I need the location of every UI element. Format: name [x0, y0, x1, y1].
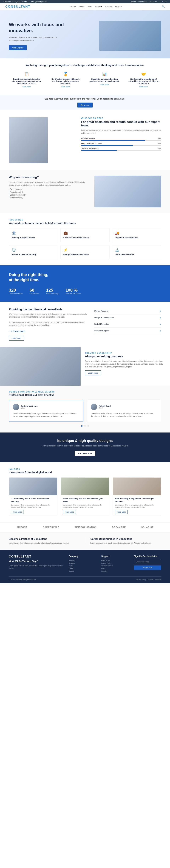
- stat-awards: 125 Awards winning: [46, 288, 58, 294]
- progress-financial: Financial Support 80%: [81, 137, 161, 141]
- nav-pages[interactable]: Pages ▾: [95, 5, 102, 8]
- accordion-innovation[interactable]: Innovation Space ∨: [94, 328, 161, 334]
- insight-image-2: [61, 477, 109, 495]
- footer-link-services[interactable]: Services: [69, 562, 96, 564]
- partner-4: Dreamark: [112, 526, 126, 528]
- thought-learn-more-button[interactable]: Learn more: [85, 370, 101, 375]
- nav-home[interactable]: Home: [70, 5, 76, 8]
- insight-read-more-3[interactable]: Read More: [115, 510, 128, 514]
- footer-link-about[interactable]: About Us: [69, 560, 96, 561]
- insight-body-2: Email marketing tips that will increase …: [61, 495, 109, 516]
- industry-health[interactable]: 🔬 Life & health science: [112, 245, 161, 259]
- progress-responsibility: Responsibility Of Corporatio 65%: [81, 143, 161, 146]
- social-li-icon[interactable]: in: [165, 1, 167, 3]
- nav-about[interactable]: About: [79, 5, 84, 8]
- nav-about-top[interactable]: About: [131, 1, 136, 3]
- footer-link-team[interactable]: Team: [69, 565, 96, 567]
- what-label: WHAT WE DO BEST: [81, 117, 161, 119]
- nav-consultant-top[interactable]: Consultant: [138, 1, 147, 3]
- hero-image: [85, 21, 161, 51]
- dot-3[interactable]: [87, 425, 89, 427]
- bottom-right: Career Opportunities in Consultant Lorem…: [85, 537, 161, 545]
- feature-icon-2: 🏅: [50, 72, 82, 76]
- newsletter-email-input[interactable]: [134, 560, 161, 564]
- hero-cta-button[interactable]: Meet Experts: [9, 45, 27, 50]
- footer-link-help[interactable]: Help Center: [101, 560, 129, 561]
- early-start-button[interactable]: Early start: [77, 102, 93, 107]
- why-left: Why our consulting? Under your project, …: [9, 176, 89, 208]
- footer-col2-title: Company: [69, 555, 96, 558]
- top-bar: Customer Care (888) 123-4567 hello@examp…: [0, 0, 170, 3]
- accordion-design[interactable]: Design & Development ∨: [94, 314, 161, 321]
- testimonial-card-2: Robert Bond Client Lorem ipsum dolor sit…: [87, 400, 161, 422]
- insight-body-3: How investing in dependend increasing to…: [113, 495, 161, 516]
- footer-grid: CONSULTANT What Will Be The Next Step? L…: [9, 555, 161, 573]
- insight-card-2: Email marketing tips that will increase …: [61, 477, 109, 516]
- industry-name-1: Banking & capital market: [12, 237, 55, 239]
- feature-title-1: Investment consultations for startups & …: [11, 78, 42, 84]
- social-fb-icon[interactable]: f: [160, 1, 160, 3]
- accordion-market-research[interactable]: Market Research ∧: [94, 308, 161, 314]
- partner-3: Timebox Station: [75, 526, 97, 528]
- social-tw-icon[interactable]: t: [162, 1, 163, 3]
- dark-banner-title: Its unique & high quality designs: [9, 439, 161, 443]
- logo[interactable]: CONSULTANT: [5, 5, 30, 8]
- team-image-container: [0, 347, 81, 385]
- industry-banking[interactable]: 🏦 Banking & capital market: [9, 228, 58, 242]
- industry-name-6: Life & health science: [115, 253, 158, 255]
- footer-support-links: Help Center Privacy Policy Terms of Serv…: [101, 560, 129, 572]
- financial-learn-more-button[interactable]: Learn more: [9, 336, 24, 341]
- progress-bar-1: [81, 140, 161, 141]
- accordion-label-3: Digital Marketing: [94, 323, 109, 325]
- testimonials-row: Andrew McGregor Client Excellent laborum…: [9, 400, 161, 422]
- feature-item-3: 📊 Calculating risks and setting goals as…: [87, 70, 122, 90]
- testimonial-avatar-2: [91, 404, 97, 410]
- footer-link-contact[interactable]: Contact: [69, 570, 96, 572]
- nav-contact[interactable]: Contact: [105, 5, 112, 8]
- industry-name-2: Finance & insurance market: [63, 237, 107, 239]
- insight-read-more-1[interactable]: Read More: [11, 510, 24, 514]
- industry-finance[interactable]: 💼 Finance & insurance market: [61, 228, 110, 242]
- hero-image-placeholder: [99, 21, 161, 51]
- industries-section: INDUSTRIES We create solutions that are …: [0, 213, 170, 265]
- testimonial-avatar-1: [13, 404, 19, 410]
- footer-link-terms[interactable]: Terms of Service: [101, 565, 129, 567]
- blue-banner: Doing the right thing, at the right time…: [0, 265, 170, 302]
- feature-link-2[interactable]: View more: [61, 86, 69, 88]
- stat-consultants: 68 Consultants: [30, 288, 39, 294]
- testimonial-card-1: Andrew McGregor Client Excellent laborum…: [9, 400, 83, 422]
- footer-link-careers[interactable]: Careers: [69, 567, 96, 569]
- what-section: WHAT WE DO BEST For great decisions and …: [0, 110, 170, 170]
- industry-energy[interactable]: ⚡ Energy & resource industry: [61, 245, 110, 259]
- feature-title-4: Guides on the importance of networking f…: [128, 78, 159, 84]
- insight-excerpt-3: Lorem ipsum dolor sit amet, consectetur …: [115, 504, 159, 509]
- industry-logistic[interactable]: 🚚 Logistic & transportation: [112, 228, 161, 242]
- footer-link-partners[interactable]: Partners: [101, 570, 129, 572]
- industry-justice[interactable]: ⚖️ Justice & defence security: [9, 245, 58, 259]
- dot-1[interactable]: [81, 425, 83, 427]
- thought-title: Always consulting business: [85, 355, 166, 358]
- nav-team[interactable]: Team: [87, 5, 92, 8]
- nav-login[interactable]: Login ▾: [115, 5, 122, 8]
- feature-icon-4: 🤝: [128, 72, 159, 76]
- why-bullet-2: Financial control: [9, 191, 89, 193]
- feature-link-1[interactable]: View more: [22, 86, 31, 88]
- insight-read-more-2[interactable]: Read More: [63, 510, 76, 514]
- feature-link-4[interactable]: View more: [139, 86, 147, 88]
- dot-2[interactable]: [84, 425, 86, 427]
- purchase-button[interactable]: Purchase Now: [75, 451, 95, 456]
- stat-consultants-label: Consultants: [30, 292, 39, 294]
- footer-link-blog[interactable]: Blog: [101, 567, 129, 569]
- accordion-digital[interactable]: Digital Marketing ∨: [94, 321, 161, 328]
- accordion-icon-3: ∨: [159, 323, 161, 326]
- footer-link-privacy[interactable]: Privacy Policy: [101, 562, 129, 564]
- progress-value-2: 65%: [158, 143, 161, 145]
- newsletter-submit-button[interactable]: Submit Now: [134, 565, 161, 570]
- what-title: For great decisions and results consult …: [81, 120, 161, 127]
- stat-awards-number: 125: [46, 288, 58, 292]
- search-icon[interactable]: 🔍: [162, 5, 165, 8]
- footer-policy[interactable]: Privacy Policy | Terms & Conditions: [136, 579, 161, 581]
- feature-link-3[interactable]: View more: [100, 84, 109, 86]
- progress-bar-3: [81, 150, 161, 151]
- nav-resources-top[interactable]: Resources: [149, 1, 157, 3]
